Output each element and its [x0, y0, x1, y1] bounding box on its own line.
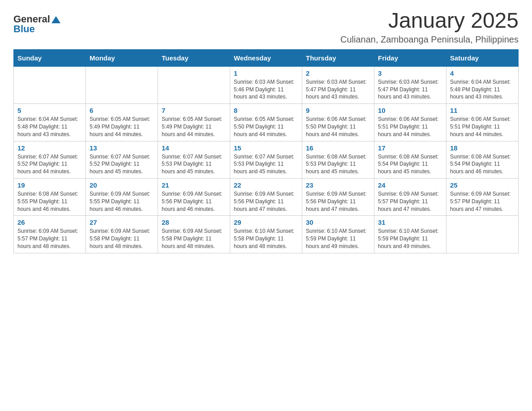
- day-cell-17: 17Sunrise: 6:08 AM Sunset: 5:54 PM Dayli…: [374, 141, 446, 178]
- day-number: 11: [450, 107, 515, 114]
- day-number: 8: [234, 107, 298, 114]
- empty-cell: [86, 66, 158, 103]
- location-title: Culianan, Zamboanga Peninsula, Philippin…: [340, 34, 519, 45]
- day-info: Sunrise: 6:07 AM Sunset: 5:52 PM Dayligh…: [90, 153, 154, 176]
- day-info: Sunrise: 6:08 AM Sunset: 5:53 PM Dayligh…: [306, 153, 370, 176]
- empty-cell: [14, 66, 86, 103]
- day-info: Sunrise: 6:08 AM Sunset: 5:54 PM Dayligh…: [378, 153, 442, 176]
- day-cell-11: 11Sunrise: 6:06 AM Sunset: 5:51 PM Dayli…: [446, 104, 519, 141]
- day-info: Sunrise: 6:08 AM Sunset: 5:55 PM Dayligh…: [17, 190, 82, 213]
- day-cell-30: 30Sunrise: 6:10 AM Sunset: 5:59 PM Dayli…: [302, 216, 374, 253]
- day-info: Sunrise: 6:08 AM Sunset: 5:54 PM Dayligh…: [450, 153, 515, 176]
- day-number: 6: [90, 107, 154, 114]
- day-info: Sunrise: 6:07 AM Sunset: 5:52 PM Dayligh…: [17, 153, 82, 176]
- day-cell-18: 18Sunrise: 6:08 AM Sunset: 5:54 PM Dayli…: [446, 141, 519, 178]
- day-cell-23: 23Sunrise: 6:09 AM Sunset: 5:56 PM Dayli…: [302, 178, 374, 215]
- day-info: Sunrise: 6:09 AM Sunset: 5:55 PM Dayligh…: [90, 190, 154, 213]
- day-info: Sunrise: 6:05 AM Sunset: 5:49 PM Dayligh…: [162, 116, 226, 138]
- day-info: Sunrise: 6:09 AM Sunset: 5:56 PM Dayligh…: [306, 190, 370, 213]
- day-info: Sunrise: 6:09 AM Sunset: 5:56 PM Dayligh…: [162, 190, 226, 213]
- day-number: 22: [234, 181, 298, 189]
- day-of-week-thursday: Thursday: [302, 49, 374, 66]
- day-number: 29: [234, 218, 298, 226]
- day-number: 26: [17, 218, 82, 226]
- day-info: Sunrise: 6:04 AM Sunset: 5:48 PM Dayligh…: [17, 116, 82, 138]
- day-info: Sunrise: 6:09 AM Sunset: 5:57 PM Dayligh…: [378, 190, 442, 213]
- day-cell-28: 28Sunrise: 6:09 AM Sunset: 5:58 PM Dayli…: [158, 216, 230, 253]
- day-cell-24: 24Sunrise: 6:09 AM Sunset: 5:57 PM Dayli…: [374, 178, 446, 215]
- logo-triangle-icon: [51, 16, 60, 23]
- day-number: 5: [17, 107, 82, 114]
- day-number: 18: [450, 144, 515, 152]
- day-cell-25: 25Sunrise: 6:09 AM Sunset: 5:57 PM Dayli…: [446, 178, 519, 215]
- day-number: 30: [306, 218, 370, 226]
- logo-container: General Blue: [13, 13, 60, 35]
- day-cell-29: 29Sunrise: 6:10 AM Sunset: 5:58 PM Dayli…: [230, 216, 302, 253]
- week-row-3: 12Sunrise: 6:07 AM Sunset: 5:52 PM Dayli…: [14, 141, 519, 178]
- title-area: January 2025 Culianan, Zamboanga Peninsu…: [340, 9, 519, 45]
- day-info: Sunrise: 6:04 AM Sunset: 5:48 PM Dayligh…: [450, 78, 515, 101]
- day-cell-9: 9Sunrise: 6:06 AM Sunset: 5:50 PM Daylig…: [302, 104, 374, 141]
- days-of-week-row: SundayMondayTuesdayWednesdayThursdayFrid…: [14, 49, 519, 66]
- day-number: 21: [162, 181, 226, 189]
- day-cell-31: 31Sunrise: 6:10 AM Sunset: 5:59 PM Dayli…: [374, 216, 446, 253]
- day-cell-27: 27Sunrise: 6:09 AM Sunset: 5:58 PM Dayli…: [86, 216, 158, 253]
- day-info: Sunrise: 6:06 AM Sunset: 5:51 PM Dayligh…: [450, 116, 515, 138]
- day-cell-7: 7Sunrise: 6:05 AM Sunset: 5:49 PM Daylig…: [158, 104, 230, 141]
- week-row-5: 26Sunrise: 6:09 AM Sunset: 5:57 PM Dayli…: [14, 216, 519, 253]
- day-cell-4: 4Sunrise: 6:04 AM Sunset: 5:48 PM Daylig…: [446, 66, 519, 103]
- day-number: 7: [162, 107, 226, 114]
- day-of-week-wednesday: Wednesday: [230, 49, 302, 66]
- day-cell-15: 15Sunrise: 6:07 AM Sunset: 5:53 PM Dayli…: [230, 141, 302, 178]
- day-of-week-monday: Monday: [86, 49, 158, 66]
- day-number: 4: [450, 69, 515, 77]
- day-info: Sunrise: 6:09 AM Sunset: 5:58 PM Dayligh…: [162, 227, 226, 250]
- day-cell-13: 13Sunrise: 6:07 AM Sunset: 5:52 PM Dayli…: [86, 141, 158, 178]
- calendar-table: SundayMondayTuesdayWednesdayThursdayFrid…: [13, 49, 519, 253]
- day-info: Sunrise: 6:06 AM Sunset: 5:50 PM Dayligh…: [306, 116, 370, 138]
- day-cell-5: 5Sunrise: 6:04 AM Sunset: 5:48 PM Daylig…: [14, 104, 86, 141]
- day-info: Sunrise: 6:05 AM Sunset: 5:49 PM Dayligh…: [90, 116, 154, 138]
- day-cell-20: 20Sunrise: 6:09 AM Sunset: 5:55 PM Dayli…: [86, 178, 158, 215]
- day-info: Sunrise: 6:09 AM Sunset: 5:57 PM Dayligh…: [450, 190, 515, 213]
- day-number: 20: [90, 181, 154, 189]
- day-number: 14: [162, 144, 226, 152]
- day-cell-22: 22Sunrise: 6:09 AM Sunset: 5:56 PM Dayli…: [230, 178, 302, 215]
- day-number: 13: [90, 144, 154, 152]
- empty-cell: [158, 66, 230, 103]
- week-row-1: 1Sunrise: 6:03 AM Sunset: 5:46 PM Daylig…: [14, 66, 519, 103]
- day-cell-19: 19Sunrise: 6:08 AM Sunset: 5:55 PM Dayli…: [14, 178, 86, 215]
- logo-blue-text: Blue: [13, 23, 35, 35]
- day-number: 3: [378, 69, 442, 77]
- month-title: January 2025: [340, 9, 519, 33]
- day-number: 27: [90, 218, 154, 226]
- day-cell-10: 10Sunrise: 6:06 AM Sunset: 5:51 PM Dayli…: [374, 104, 446, 141]
- day-info: Sunrise: 6:10 AM Sunset: 5:58 PM Dayligh…: [234, 227, 298, 250]
- day-info: Sunrise: 6:07 AM Sunset: 5:53 PM Dayligh…: [234, 153, 298, 176]
- day-number: 1: [234, 69, 298, 77]
- day-cell-3: 3Sunrise: 6:03 AM Sunset: 5:47 PM Daylig…: [374, 66, 446, 103]
- day-info: Sunrise: 6:10 AM Sunset: 5:59 PM Dayligh…: [378, 227, 442, 250]
- day-info: Sunrise: 6:03 AM Sunset: 5:46 PM Dayligh…: [234, 78, 298, 101]
- week-row-2: 5Sunrise: 6:04 AM Sunset: 5:48 PM Daylig…: [14, 104, 519, 141]
- day-info: Sunrise: 6:07 AM Sunset: 5:53 PM Dayligh…: [162, 153, 226, 176]
- day-number: 2: [306, 69, 370, 77]
- day-of-week-tuesday: Tuesday: [158, 49, 230, 66]
- day-info: Sunrise: 6:09 AM Sunset: 5:58 PM Dayligh…: [90, 227, 154, 250]
- day-cell-8: 8Sunrise: 6:05 AM Sunset: 5:50 PM Daylig…: [230, 104, 302, 141]
- day-number: 28: [162, 218, 226, 226]
- day-info: Sunrise: 6:05 AM Sunset: 5:50 PM Dayligh…: [234, 116, 298, 138]
- empty-cell: [446, 216, 519, 253]
- day-number: 24: [378, 181, 442, 189]
- day-number: 31: [378, 218, 442, 226]
- day-info: Sunrise: 6:09 AM Sunset: 5:56 PM Dayligh…: [234, 190, 298, 213]
- day-cell-21: 21Sunrise: 6:09 AM Sunset: 5:56 PM Dayli…: [158, 178, 230, 215]
- day-of-week-friday: Friday: [374, 49, 446, 66]
- day-cell-2: 2Sunrise: 6:03 AM Sunset: 5:47 PM Daylig…: [302, 66, 374, 103]
- day-number: 15: [234, 144, 298, 152]
- day-info: Sunrise: 6:06 AM Sunset: 5:51 PM Dayligh…: [378, 116, 442, 138]
- day-info: Sunrise: 6:03 AM Sunset: 5:47 PM Dayligh…: [306, 78, 370, 101]
- day-number: 16: [306, 144, 370, 152]
- week-row-4: 19Sunrise: 6:08 AM Sunset: 5:55 PM Dayli…: [14, 178, 519, 215]
- day-number: 19: [17, 181, 82, 189]
